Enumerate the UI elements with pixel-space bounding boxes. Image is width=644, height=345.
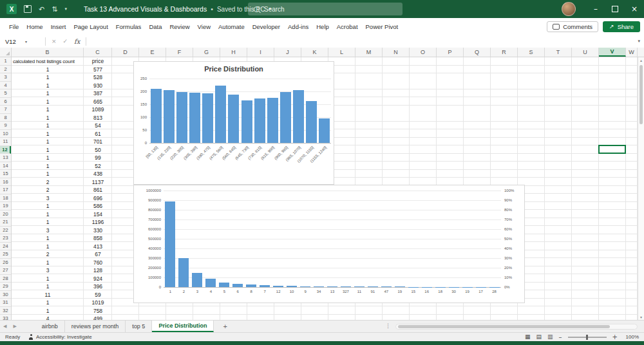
cell-C15[interactable]: 438: [84, 170, 112, 178]
cell-B20[interactable]: 1: [12, 210, 84, 219]
cell-B25[interactable]: 2: [12, 250, 84, 259]
avatar[interactable]: [562, 2, 576, 16]
column-header-F[interactable]: F: [166, 48, 193, 57]
minimize-button[interactable]: –: [586, 0, 605, 18]
column-header-U[interactable]: U: [572, 48, 599, 57]
row-header-26[interactable]: 26: [0, 259, 11, 267]
name-box-dropdown-icon[interactable]: ▾: [25, 39, 27, 44]
sheet-tab-airbnb[interactable]: airbnb: [35, 321, 65, 332]
insert-function-icon[interactable]: fx: [71, 38, 83, 45]
zoom-slider-thumb[interactable]: [586, 335, 588, 340]
row-header-29[interactable]: 29: [0, 283, 11, 291]
row-header-16[interactable]: 16: [0, 178, 11, 187]
cell-B1[interactable]: calculated host listings count: [12, 57, 84, 66]
column-header-P[interactable]: P: [437, 48, 464, 57]
row-header-22[interactable]: 22: [0, 227, 11, 235]
row-header-5[interactable]: 5: [0, 89, 11, 98]
horizontal-scrollbar[interactable]: [395, 324, 638, 330]
zoom-in-icon[interactable]: +: [612, 334, 618, 340]
cell-C19[interactable]: 586: [84, 202, 112, 210]
cell-B19[interactable]: 1: [12, 202, 84, 210]
cell-B27[interactable]: 3: [12, 266, 84, 275]
ribbon-tab-formulas[interactable]: Formulas: [112, 18, 146, 35]
zoom-out-icon[interactable]: –: [559, 334, 562, 340]
row-header-23[interactable]: 23: [0, 234, 11, 243]
column-header-G[interactable]: G: [193, 48, 220, 57]
sheet-nav-right-icon[interactable]: ▶: [10, 324, 19, 329]
enter-formula-icon[interactable]: ✓: [60, 38, 71, 44]
undo-icon[interactable]: ↶: [39, 6, 44, 13]
row-header-25[interactable]: 25: [0, 250, 11, 259]
cell-B23[interactable]: 1: [12, 234, 84, 243]
cell-C31[interactable]: 1019: [84, 299, 112, 307]
column-header-V[interactable]: V: [599, 48, 626, 57]
cell-C20[interactable]: 154: [84, 210, 112, 219]
row-header-8[interactable]: 8: [0, 114, 11, 122]
cell-C28[interactable]: 924: [84, 275, 112, 283]
ribbon-tab-page-layout[interactable]: Page Layout: [70, 18, 111, 35]
vertical-scrollbar-thumb[interactable]: [639, 65, 643, 124]
column-header-C[interactable]: C: [84, 48, 112, 57]
row-header-4[interactable]: 4: [0, 82, 11, 90]
row-header-13[interactable]: 13: [0, 154, 11, 162]
ribbon-tab-automate[interactable]: Automate: [214, 18, 249, 35]
expand-formula-bar-icon[interactable]: ▾: [638, 39, 640, 44]
cell-C11[interactable]: 701: [84, 138, 112, 146]
cell-C22[interactable]: 330: [84, 227, 112, 235]
accessibility-status[interactable]: Accessibility: Investigate: [28, 334, 92, 340]
row-header-30[interactable]: 30: [0, 291, 11, 299]
restore-button[interactable]: [605, 0, 625, 18]
cell-C8[interactable]: 813: [84, 114, 112, 122]
new-sheet-button[interactable]: +: [214, 322, 236, 330]
cell-C4[interactable]: 930: [84, 82, 112, 90]
cell-B5[interactable]: 1: [12, 89, 84, 98]
document-title[interactable]: Task 13 Advanced Visuals & Dashboards • …: [84, 5, 271, 13]
name-box[interactable]: V12 ▾: [0, 38, 43, 45]
cell-B8[interactable]: 1: [12, 114, 84, 122]
column-header-J[interactable]: J: [274, 48, 301, 57]
formula-input[interactable]: [89, 35, 644, 48]
row-header-18[interactable]: 18: [0, 194, 11, 203]
save-icon[interactable]: [24, 5, 32, 13]
comments-button[interactable]: Comments: [547, 21, 598, 32]
cell-B31[interactable]: 1: [12, 299, 84, 307]
row-header-31[interactable]: 31: [0, 299, 11, 307]
column-header-H[interactable]: H: [220, 48, 247, 57]
cell-B17[interactable]: 2: [12, 186, 84, 194]
row-header-24[interactable]: 24: [0, 243, 11, 251]
ribbon-tab-view[interactable]: View: [194, 18, 214, 35]
column-header-B[interactable]: B: [12, 48, 84, 57]
cell-B11[interactable]: 1: [12, 138, 84, 146]
cell-C9[interactable]: 54: [84, 122, 112, 130]
qat-customize-icon[interactable]: ▾: [64, 6, 67, 12]
cancel-formula-icon[interactable]: ×: [48, 38, 60, 44]
cell-B24[interactable]: 1: [12, 243, 84, 251]
cell-B7[interactable]: 1: [12, 106, 84, 114]
zoom-slider[interactable]: [568, 337, 607, 338]
column-header-S[interactable]: S: [518, 48, 545, 57]
search-input[interactable]: Search: [248, 3, 402, 15]
row-header-9[interactable]: 9: [0, 122, 11, 130]
column-header-Q[interactable]: Q: [464, 48, 491, 57]
cell-B3[interactable]: 1: [12, 73, 84, 82]
cell-B16[interactable]: 2: [12, 178, 84, 187]
cell-C25[interactable]: 67: [84, 250, 112, 259]
zoom-level[interactable]: 100%: [623, 334, 639, 340]
ribbon-tab-developer[interactable]: Developer: [249, 18, 284, 35]
cell-C26[interactable]: 760: [84, 259, 112, 267]
cell-B6[interactable]: 1: [12, 98, 84, 106]
horizontal-scrollbar-thumb[interactable]: [398, 325, 610, 328]
column-header-L[interactable]: L: [328, 48, 355, 57]
column-header-I[interactable]: I: [247, 48, 274, 57]
cell-C21[interactable]: 1196: [84, 218, 112, 227]
chart-pareto[interactable]: 1000000100%90000090%80000080%70000070%60…: [133, 185, 525, 303]
selected-cell[interactable]: [598, 145, 626, 154]
ribbon-tab-insert[interactable]: Insert: [47, 18, 70, 35]
cell-C30[interactable]: 59: [84, 291, 112, 299]
column-header-T[interactable]: T: [545, 48, 572, 57]
cell-C7[interactable]: 1089: [84, 106, 112, 114]
scroll-down-icon[interactable]: ▾: [638, 315, 644, 319]
row-header-17[interactable]: 17: [0, 186, 11, 194]
cell-C23[interactable]: 858: [84, 234, 112, 243]
row-header-10[interactable]: 10: [0, 130, 11, 138]
